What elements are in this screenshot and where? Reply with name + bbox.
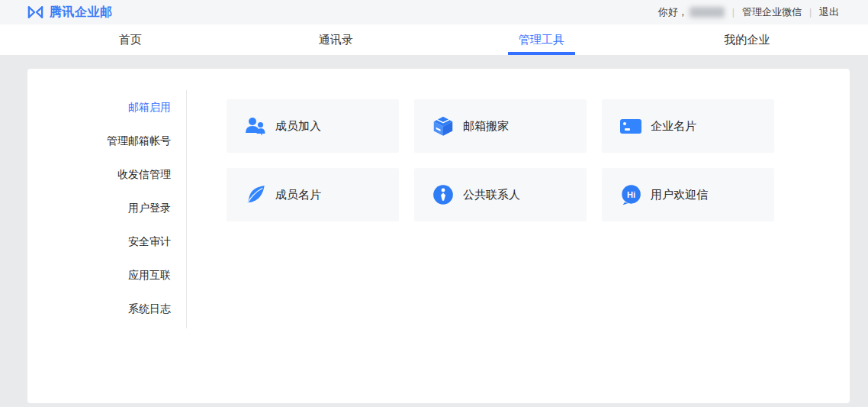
sidebar-item-send-receive[interactable]: 收发信管理 xyxy=(27,157,186,191)
topbar-separator: | xyxy=(809,7,812,18)
card-label: 公共联系人 xyxy=(463,188,520,202)
tab-admin-tools[interactable]: 管理工具 xyxy=(439,24,645,55)
card-member-card[interactable]: 成员名片 xyxy=(227,168,399,221)
tab-my-company[interactable]: 我的企业 xyxy=(645,24,850,55)
exmail-logo-icon xyxy=(27,5,44,20)
card-label: 用户欢迎信 xyxy=(651,188,708,202)
sidebar-item-security-audit[interactable]: 安全审计 xyxy=(27,224,186,258)
card-mailbox-move[interactable]: 邮箱搬家 xyxy=(414,99,587,153)
sidebar-item-manage-accounts[interactable]: 管理邮箱帐号 xyxy=(27,124,186,157)
card-welcome-letter[interactable]: Hi 用户欢迎信 xyxy=(602,168,774,221)
hi-bubble-icon: Hi xyxy=(619,183,642,206)
tab-contacts[interactable]: 通讯录 xyxy=(233,24,439,55)
sidebar-item-app-interconnect[interactable]: 应用互联 xyxy=(27,258,186,292)
tools-sidebar: 邮箱启用 管理邮箱帐号 收发信管理 用户登录 安全审计 应用互联 系统日志 xyxy=(27,90,187,328)
user-name-redacted xyxy=(690,7,725,18)
sidebar-item-user-login[interactable]: 用户登录 xyxy=(27,191,186,224)
topbar: 腾讯企业邮 你好， | 管理企业微信 | 退出 xyxy=(0,0,868,24)
card-label: 邮箱搬家 xyxy=(463,119,509,134)
topbar-right: 你好， | 管理企业微信 | 退出 xyxy=(658,5,839,19)
card-company-card[interactable]: 企业名片 xyxy=(602,99,774,153)
tab-home[interactable]: 首页 xyxy=(27,24,233,55)
tool-cards: 成员加入 邮箱搬家 企业名片 xyxy=(227,99,774,221)
contact-tie-icon xyxy=(432,183,455,206)
greeting: 你好， xyxy=(658,5,725,19)
admin-tools-panel: 邮箱启用 管理邮箱帐号 收发信管理 用户登录 安全审计 应用互联 系统日志 xyxy=(27,69,850,403)
card-member-join[interactable]: 成员加入 xyxy=(227,99,399,153)
card-label: 企业名片 xyxy=(651,119,696,134)
topbar-separator: | xyxy=(732,7,735,18)
card-label: 成员名片 xyxy=(275,188,321,202)
exmail-logo[interactable]: 腾讯企业邮 xyxy=(27,5,113,21)
card-label: 成员加入 xyxy=(275,119,321,134)
card-public-contacts[interactable]: 公共联系人 xyxy=(414,168,587,221)
greeting-prefix: 你好， xyxy=(658,5,688,19)
business-card-icon xyxy=(619,115,642,137)
manage-wecom-link[interactable]: 管理企业微信 xyxy=(742,5,802,19)
feather-icon xyxy=(244,183,267,206)
svg-text:Hi: Hi xyxy=(627,190,635,199)
logo-text: 腾讯企业邮 xyxy=(50,5,113,21)
users-icon xyxy=(244,115,267,137)
main-nav: 首页 通讯录 管理工具 我的企业 xyxy=(0,24,868,55)
content-area: 邮箱启用 管理邮箱帐号 收发信管理 用户登录 安全审计 应用互联 系统日志 xyxy=(0,55,868,407)
logout-link[interactable]: 退出 xyxy=(819,5,839,19)
box-icon xyxy=(432,115,455,137)
sidebar-item-mailbox-enable[interactable]: 邮箱启用 xyxy=(27,90,186,124)
sidebar-item-system-log[interactable]: 系统日志 xyxy=(27,292,186,325)
